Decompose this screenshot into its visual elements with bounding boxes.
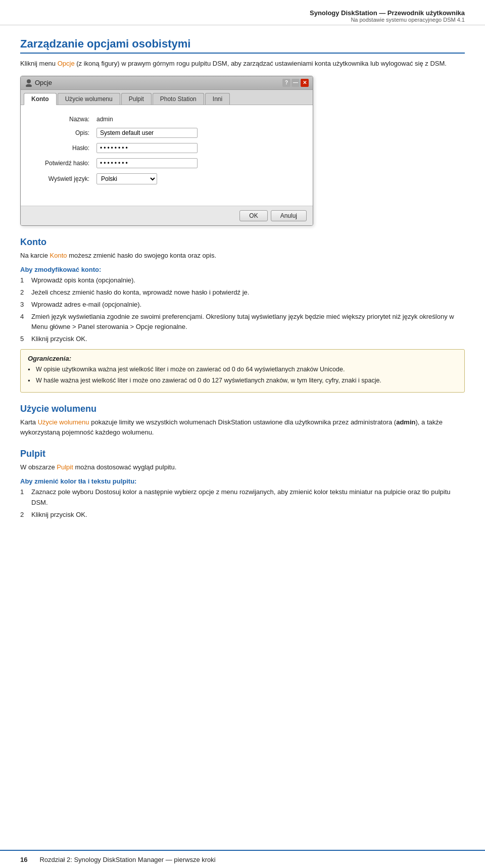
uzycie-section: Użycie wolumenu Karta Użycie wolumenu po… <box>20 404 465 438</box>
input-opis[interactable] <box>96 128 198 138</box>
label-opis: Opis: <box>29 125 94 140</box>
konto-intro: Na karcie Konto możesz zmienić hasło do … <box>20 251 465 261</box>
step-num-2: 2 <box>20 287 28 298</box>
konto-intro-after: możesz zmienić hasło do swojego konta or… <box>67 252 217 259</box>
step-num-4: 4 <box>20 312 28 332</box>
tab-pulpit[interactable]: Pulpit <box>121 93 152 105</box>
label-jezyk: Wyświetl język: <box>29 171 94 187</box>
ok-link-step5[interactable]: OK <box>76 335 85 343</box>
form-row-opis: Opis: <box>29 125 305 140</box>
panel-sterowania-link[interactable]: Panel sterowania <box>78 323 128 330</box>
tab-uzycie-wolumenu[interactable]: Użycie wolumenu <box>58 93 120 105</box>
pulpit-step-num-1: 1 <box>20 487 28 507</box>
step-num-3: 3 <box>20 300 28 310</box>
konto-intro-before: Na karcie <box>20 252 50 259</box>
value-nazwa: admin <box>94 113 305 125</box>
label-haslo: Hasło: <box>29 140 94 156</box>
pulpit-intro: W obszarze Pulpit można dostosować wyglą… <box>20 462 465 472</box>
pulpit-step-2: 2 Kliknij przycisk OK. <box>20 510 465 520</box>
step-text-4: Zmień język wyświetlania zgodnie ze swoi… <box>31 312 465 332</box>
page-number: 16 <box>20 856 27 863</box>
pulpit-title: Pulpit <box>20 449 465 459</box>
konto-step-5: 5 Kliknij przycisk OK. <box>20 334 465 344</box>
intro-text-before: Kliknij menu <box>20 60 58 67</box>
minimize-button[interactable]: — <box>292 79 300 87</box>
form-row-nazwa: Nazwa: admin <box>29 113 305 125</box>
uzycie-text-before: Karta <box>20 418 38 426</box>
intro-paragraph: Kliknij menu Opcje (z ikoną figury) w pr… <box>20 59 465 69</box>
uzycie-text-after: pokazuje limity we wszystkich wolumenach… <box>89 418 397 426</box>
uzycie-text: Karta Użycie wolumenu pokazuje limity we… <box>20 417 465 438</box>
pulpit-text-after: można dostosować wygląd pulpitu. <box>73 463 177 471</box>
dialog-window-controls: ? — ✕ <box>282 79 309 87</box>
pulpit-link[interactable]: Pulpit <box>57 463 73 471</box>
step-text-5: Kliknij przycisk OK. <box>31 334 87 344</box>
step-text-3: Wprowadź adres e-mail (opcjonalnie). <box>31 300 141 310</box>
uzycie-wolumenu-link[interactable]: Użycie wolumenu <box>38 418 89 426</box>
konto-step-2: 2 Jeżeli chcesz zmienić hasło do konta, … <box>20 287 465 298</box>
dialog-footer: OK Anuluj <box>21 206 313 225</box>
dialog-title-text: Opcje <box>35 79 52 86</box>
konto-link[interactable]: Konto <box>50 252 67 259</box>
menu-glowne-link[interactable]: Menu główne <box>31 323 70 330</box>
konto-step-3: 3 Wprowadź adres e-mail (opcjonalnie). <box>20 300 465 310</box>
tab-inni[interactable]: Inni <box>205 93 230 105</box>
text-admin: admin <box>96 116 113 123</box>
opcje-regionalne-link[interactable]: Opcje regionalne <box>136 323 185 330</box>
cancel-button[interactable]: Anuluj <box>271 210 307 221</box>
step-text-1: Wprowadź opis konta (opcjonalnie). <box>31 275 135 285</box>
value-opis[interactable] <box>94 125 305 140</box>
ok-link-pulpit[interactable]: OK <box>76 511 85 518</box>
konto-title: Konto <box>20 237 465 248</box>
page-header: Synology DiskStation — Przewodnik użytko… <box>0 0 485 25</box>
info-box: Ograniczenia: ▪ W opisie użytkownika waż… <box>20 349 465 393</box>
intro-opcje-link[interactable]: Opcje <box>58 60 75 67</box>
footer-text-content: Rozdział 2: Synology DiskStation Manager… <box>39 856 215 863</box>
ok-button[interactable]: OK <box>239 210 267 221</box>
header-main-title: Synology DiskStation — Przewodnik użytko… <box>20 9 465 17</box>
help-button[interactable]: ? <box>282 79 290 87</box>
pulpit-step-text-2: Kliknij przycisk OK. <box>31 510 87 520</box>
value-potwierdz[interactable] <box>94 156 305 171</box>
dialog-tabs: Konto Użycie wolumenu Pulpit Photo Stati… <box>21 90 313 105</box>
form-row-haslo: Hasło: <box>29 140 305 156</box>
dialog-window: Opcje ? — ✕ Konto Użycie wolumenu Pulpit… <box>20 76 313 226</box>
select-jezyk[interactable]: Polski English Deutsch <box>96 173 157 184</box>
input-haslo[interactable] <box>96 143 198 153</box>
bullet-icon-1: ▪ <box>28 365 33 374</box>
page-content: Zarządzanie opcjami osobistymi Kliknij m… <box>0 25 485 532</box>
uzycie-title: Użycie wolumenu <box>20 404 465 414</box>
pulpit-section: Pulpit W obszarze Pulpit można dostosowa… <box>20 449 465 520</box>
close-button[interactable]: ✕ <box>301 79 309 87</box>
konto-step-4: 4 Zmień język wyświetlania zgodnie ze sw… <box>20 312 465 332</box>
tab-konto[interactable]: Konto <box>24 93 57 105</box>
bullet-icon-2: ▪ <box>28 376 33 385</box>
dialog-content: Nazwa: admin Opis: Hasło: <box>21 105 313 206</box>
dialog-titlebar: Opcje ? — ✕ <box>21 76 313 90</box>
tab-photo-station[interactable]: Photo Station <box>153 93 204 105</box>
bullet-text-1: W opisie użytkownika ważna jest wielkość… <box>36 365 345 374</box>
uzycie-admin-bold: admin <box>396 418 415 426</box>
konto-step-1: 1 Wprowadź opis konta (opcjonalnie). <box>20 275 465 285</box>
intro-text-after: (z ikoną figury) w prawym górnym rogu pu… <box>75 60 447 67</box>
dostosuj-kolor-link[interactable]: Dostosuj kolor <box>95 488 136 496</box>
label-nazwa: Nazwa: <box>29 113 94 125</box>
pulpit-step-num-2: 2 <box>20 510 28 520</box>
value-jezyk[interactable]: Polski English Deutsch <box>94 171 305 187</box>
form-row-jezyk: Wyświetl język: Polski English Deutsch <box>29 171 305 187</box>
input-potwierdz-haslo[interactable] <box>96 158 198 168</box>
konto-section: Konto Na karcie Konto możesz zmienić has… <box>20 237 465 393</box>
step-text-2: Jeżeli chcesz zmienić hasło do konta, wp… <box>31 287 249 298</box>
form-row-potwierdz: Potwierdź hasło: <box>29 156 305 171</box>
page-footer: 16 Rozdział 2: Synology DiskStation Mana… <box>0 850 485 868</box>
value-haslo[interactable] <box>94 140 305 156</box>
user-icon <box>25 79 33 87</box>
header-sub-title: Na podstawie systemu operacyjnego DSM 4.… <box>20 17 465 23</box>
pulpit-step-text-1: Zaznacz pole wyboru Dostosuj kolor a nas… <box>31 487 465 507</box>
pulpit-step-1: 1 Zaznacz pole wyboru Dostosuj kolor a n… <box>20 487 465 507</box>
step-num-5: 5 <box>20 334 28 344</box>
info-bullet-2: ▪ W haśle ważna jest wielkość liter i mo… <box>28 376 457 385</box>
pulpit-text-before: W obszarze <box>20 463 57 471</box>
form-table: Nazwa: admin Opis: Hasło: <box>29 113 305 187</box>
info-box-title: Ograniczenia: <box>28 355 457 362</box>
